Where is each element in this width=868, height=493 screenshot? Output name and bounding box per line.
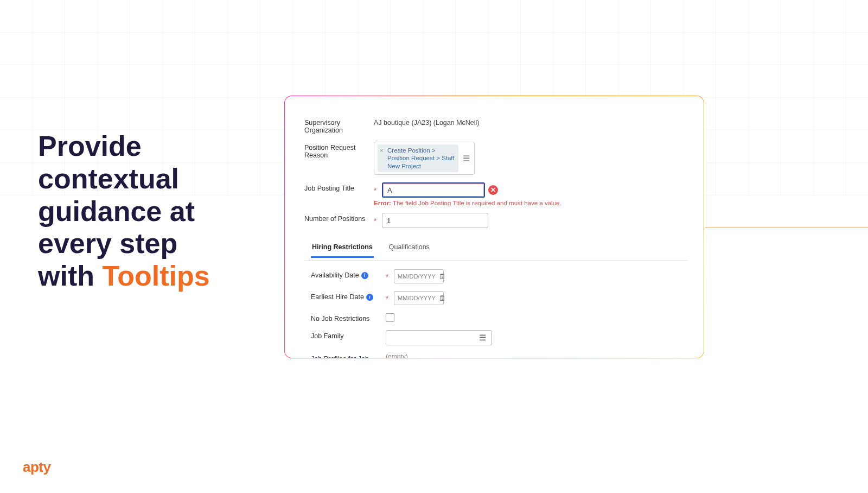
list-icon[interactable]: ☰ (478, 333, 487, 343)
availability-date-input[interactable]: MM/DD/YYYY 🗓︎ (394, 269, 444, 283)
headline-accent: Tooltips (102, 260, 209, 292)
position-reason-pill: × Create Position > Position Request > S… (378, 144, 458, 172)
remove-pill-icon[interactable]: × (380, 147, 383, 155)
no-restrictions-label: No Job Restrictions (311, 313, 386, 323)
headline-line-3: guidance at (38, 195, 255, 228)
headline-line-4: every step (38, 227, 255, 260)
position-reason-field[interactable]: × Create Position > Position Request > S… (374, 142, 475, 175)
calendar-icon[interactable]: 🗓︎ (439, 273, 446, 281)
availability-date-label: Availability Date (311, 271, 359, 279)
job-title-input[interactable] (382, 182, 485, 198)
brand-logo: apty (23, 459, 50, 476)
num-positions-label: Number of Positions (304, 213, 374, 223)
tab-divider (304, 260, 687, 261)
supervisory-org-label: Supervisory Organization (304, 117, 374, 134)
required-star: * (386, 294, 388, 302)
required-star: * (374, 186, 376, 194)
headline: Provide contextual guidance at every ste… (38, 130, 255, 293)
calendar-icon[interactable]: 🗓︎ (439, 294, 446, 302)
earliest-hire-date-input[interactable]: MM/DD/YYYY 🗓︎ (394, 291, 444, 305)
tab-hiring-restrictions[interactable]: Hiring Restrictions (311, 240, 374, 258)
job-profiles-family-value: (empty) (386, 353, 408, 358)
headline-line-1: Provide (38, 130, 255, 163)
decorative-line (705, 227, 868, 227)
position-reason-label: Position Request Reason (304, 142, 374, 159)
job-profiles-family-label: Job Profiles for Job Family (311, 353, 386, 358)
error-message: Error: The field Job Posting Title is re… (374, 200, 687, 206)
job-family-label: Job Family (311, 330, 386, 340)
num-positions-input[interactable] (382, 213, 488, 228)
info-icon[interactable]: i (366, 294, 373, 301)
required-star: * (374, 217, 376, 225)
error-icon: ✕ (488, 185, 498, 195)
required-star: * (386, 273, 388, 281)
no-restrictions-checkbox[interactable] (386, 313, 394, 322)
form-card: Supervisory Organization AJ boutique (JA… (284, 96, 704, 358)
list-icon[interactable]: ☰ (462, 154, 471, 163)
tabs: Hiring Restrictions Qualifications (311, 240, 687, 258)
headline-line-5: with Tooltips (38, 260, 255, 293)
info-icon[interactable]: i (361, 272, 368, 279)
tab-qualifications[interactable]: Qualifications (388, 240, 431, 258)
job-family-select[interactable]: ☰ (386, 330, 492, 345)
supervisory-org-value: AJ boutique (JA23) (Logan McNeil) (374, 117, 480, 127)
job-title-label: Job Posting Title (304, 182, 374, 192)
earliest-hire-date-label: Earliest Hire Date (311, 293, 364, 301)
headline-line-2: contextual (38, 163, 255, 195)
